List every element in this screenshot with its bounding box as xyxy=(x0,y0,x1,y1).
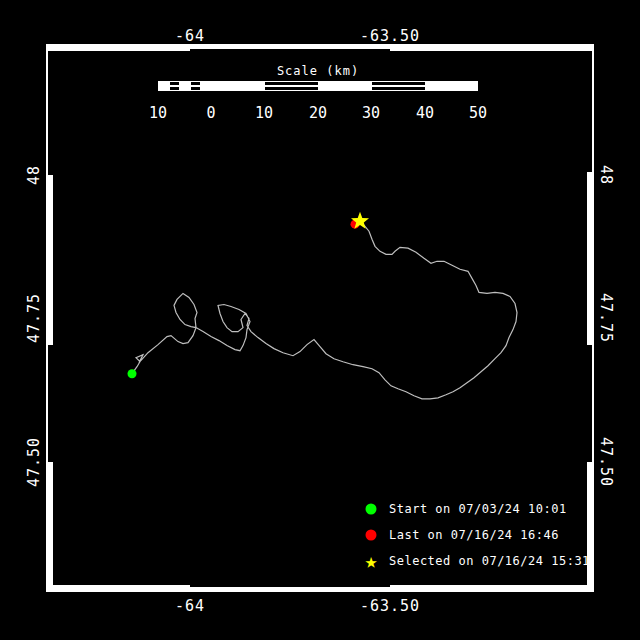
axis-label-lat-left-1: 48 xyxy=(25,165,43,185)
legend-label-selected: Selected on 07/16/24 15:31 xyxy=(389,554,590,568)
track-layer xyxy=(128,212,518,399)
scale-bar-segment xyxy=(319,82,372,90)
selected-star-icon: ★ xyxy=(360,550,382,572)
scale-bar-segment xyxy=(159,82,212,90)
scale-bar-cell xyxy=(170,82,181,90)
drifter-track-plot: -64 -63.50 -64 -63.50 48 47.75 47.50 48 … xyxy=(0,0,640,640)
axis-label-lat-right-3: 47.50 xyxy=(597,437,615,487)
scale-bar-number: 40 xyxy=(416,104,434,122)
scale-bar-cell xyxy=(180,82,191,90)
scale-bar-number: 50 xyxy=(469,104,487,122)
scale-bar-number: 20 xyxy=(309,104,327,122)
scale-bar-cell xyxy=(201,82,211,90)
start-marker xyxy=(128,369,137,378)
scale-bar-number: 30 xyxy=(362,104,380,122)
axis-label-lon-top-1: -64 xyxy=(175,27,205,45)
axis-label-lon-bottom-2: -63.50 xyxy=(360,597,420,615)
legend-row-last: Last on 07/16/24 16:46 xyxy=(360,524,559,546)
scale-bar xyxy=(158,81,478,91)
axis-label-lat-left-3: 47.50 xyxy=(25,437,43,487)
axis-label-lon-top-2: -63.50 xyxy=(360,27,420,45)
legend-row-selected: ★ Selected on 07/16/24 15:31 xyxy=(360,550,590,572)
axis-label-lat-right-1: 48 xyxy=(597,165,615,185)
scale-bar-segment xyxy=(265,82,319,90)
legend-row-start: Start on 07/03/24 10:01 xyxy=(360,498,567,520)
legend-label-start: Start on 07/03/24 10:01 xyxy=(389,502,567,516)
track-path xyxy=(132,222,517,399)
start-dot-icon xyxy=(360,498,382,520)
axis-label-lon-bottom-1: -64 xyxy=(175,597,205,615)
axis-label-lat-left-2: 47.75 xyxy=(25,293,43,343)
scale-bar-title: Scale (km) xyxy=(258,64,378,78)
legend-label-last: Last on 07/16/24 16:46 xyxy=(389,528,559,542)
scale-bar-number: 0 xyxy=(206,104,215,122)
scale-bar-number: 10 xyxy=(255,104,273,122)
scale-bar-segment xyxy=(372,82,426,90)
scale-bar-cell xyxy=(191,82,202,90)
scale-bar-segment xyxy=(212,82,265,90)
scale-bar-cell xyxy=(159,82,170,90)
axis-label-lat-right-2: 47.75 xyxy=(597,293,615,343)
last-dot-icon xyxy=(360,524,382,546)
scale-bar-number: 10 xyxy=(149,104,167,122)
scale-bar-segment xyxy=(426,82,477,90)
